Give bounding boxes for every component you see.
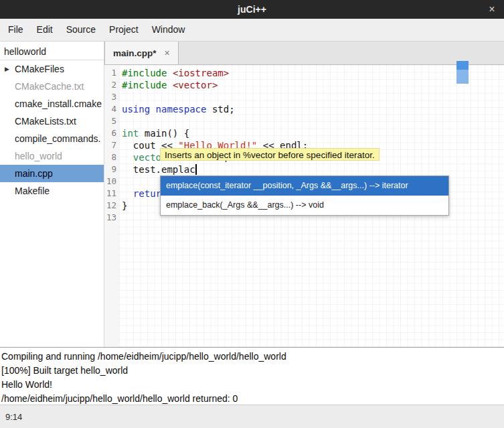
code-segment <box>122 188 133 199</box>
line-number: 3 <box>104 91 119 103</box>
code-line[interactable]: #include <iostream> <box>122 67 504 79</box>
line-number: 10 <box>104 175 119 188</box>
sidebar-item-cmakecache-txt[interactable]: CMakeCache.txt <box>0 78 104 95</box>
console-line: Hello World! <box>1 378 503 392</box>
code-segment: #include <box>122 80 167 90</box>
window-title: juCi++ <box>0 0 504 19</box>
sidebar-item-cmakefiles[interactable]: ▶CMakeFiles <box>0 60 104 78</box>
line-number-gutter: 12345678910111213 <box>104 65 119 347</box>
statusbar: 9:14 <box>0 405 504 428</box>
line-number: 4 <box>104 103 119 115</box>
sidebar-item-cmake-install-cmake[interactable]: cmake_install.cmake <box>0 95 104 113</box>
main-area: helloworld▶CMakeFilesCMakeCache.txtcmake… <box>0 42 504 347</box>
code-line[interactable]: int main() { <box>122 127 504 139</box>
line-number: 7 <box>104 139 119 151</box>
code-line[interactable]: #include <vector> <box>122 79 504 91</box>
menu-item-file[interactable]: File <box>1 19 30 41</box>
editor-pane: main.cpp* × 12345678910111213 #include <… <box>104 42 504 347</box>
code-segment <box>150 104 155 115</box>
sidebar-item-label: Makefile <box>15 186 50 196</box>
scrollbar-thumb-highlight[interactable] <box>456 70 469 84</box>
menu-item-source[interactable]: Source <box>60 19 102 41</box>
code-segment <box>167 80 172 90</box>
line-number: 12 <box>104 200 119 212</box>
line-number: 9 <box>104 163 119 175</box>
doc-tooltip: Inserts an object in %vector before spec… <box>160 148 380 161</box>
sidebar-item-hello-world[interactable]: hello_world <box>0 147 104 165</box>
sidebar-item-label: compile_commands. <box>15 133 100 144</box>
code-line[interactable] <box>122 115 504 127</box>
sidebar-item-label: CMakeFiles <box>15 64 64 74</box>
line-number: 5 <box>104 115 119 127</box>
completion-popup: emplace(const_iterator __position, _Args… <box>160 175 449 216</box>
menu-item-project[interactable]: Project <box>102 19 145 41</box>
code-segment: <vector> <box>173 80 218 90</box>
code-segment <box>167 68 172 78</box>
code-line[interactable]: using namespace std; <box>122 103 504 115</box>
sidebar-item-label: CMakeCache.txt <box>15 81 84 92</box>
completion-item[interactable]: emplace_back(_Args &&__args...) --> void <box>161 196 448 215</box>
scrollbar-thumb[interactable] <box>456 61 469 70</box>
window-close-icon[interactable]: × <box>480 0 504 18</box>
sidebar-item-makefile[interactable]: Makefile <box>0 182 104 200</box>
line-number: 6 <box>104 127 119 139</box>
menubar: FileEditSourceProjectWindow <box>0 19 504 42</box>
chevron-right-icon[interactable]: ▶ <box>5 60 9 78</box>
sidebar-item-label: CMakeLists.txt <box>15 116 76 127</box>
sidebar-item-label: hello_world <box>15 151 62 161</box>
menu-item-edit[interactable]: Edit <box>30 19 60 41</box>
line-number: 8 <box>104 151 119 163</box>
code-segment: std; <box>206 104 234 115</box>
code-segment: namespace <box>156 104 207 115</box>
console-line: [100%] Built target hello_world <box>1 364 503 378</box>
code-line[interactable]: test.emplac <box>122 163 504 175</box>
console-line: /home/eidheim/jucipp/hello_world/hello_w… <box>1 392 503 405</box>
code-segment: #include <box>122 68 167 78</box>
code-segment: using <box>122 104 150 115</box>
sidebar-item-label: helloworld <box>4 46 46 57</box>
line-number: 2 <box>104 79 119 91</box>
sidebar-item-main-cpp[interactable]: main.cpp <box>0 165 104 182</box>
sidebar-item-compile-commands[interactable]: compile_commands. <box>0 130 104 147</box>
titlebar: juCi++ × <box>0 0 504 19</box>
sidebar-item-cmakelists-txt[interactable]: CMakeLists.txt <box>0 113 104 130</box>
line-number: 11 <box>104 188 119 200</box>
code-line[interactable] <box>122 91 504 103</box>
menu-item-window[interactable]: Window <box>145 19 192 41</box>
sidebar-item-label: main.cpp <box>15 168 53 179</box>
code-segment: int <box>122 128 139 139</box>
code-segment <box>122 152 133 163</box>
code-segment: main() { <box>139 128 189 139</box>
build-output-console: Compiling and running /home/eidheim/juci… <box>0 347 504 405</box>
app-window: juCi++ × FileEditSourceProjectWindow hel… <box>0 0 504 428</box>
code-segment: } <box>122 200 127 211</box>
tab-close-icon[interactable]: × <box>165 48 170 58</box>
sidebar: helloworld▶CMakeFilesCMakeCache.txtcmake… <box>0 42 104 347</box>
line-number: 13 <box>104 212 119 224</box>
tabbar: main.cpp* × <box>104 42 504 65</box>
cursor-position: 9:14 <box>5 412 22 422</box>
sidebar-item-helloworld[interactable]: helloworld <box>0 43 104 60</box>
code-segment: test.emplac <box>122 164 195 175</box>
completion-item[interactable]: emplace(const_iterator __position, _Args… <box>161 176 448 196</box>
text-cursor <box>195 164 197 175</box>
sidebar-item-label: cmake_install.cmake <box>15 98 102 109</box>
console-line: Compiling and running /home/eidheim/juci… <box>1 350 503 364</box>
tab-label: main.cpp* <box>113 48 157 58</box>
code-editor[interactable]: 12345678910111213 #include <iostream>#in… <box>104 65 504 347</box>
code-segment: <iostream> <box>173 68 229 78</box>
tab-main-cpp[interactable]: main.cpp* × <box>104 42 179 64</box>
line-number: 1 <box>104 67 119 79</box>
